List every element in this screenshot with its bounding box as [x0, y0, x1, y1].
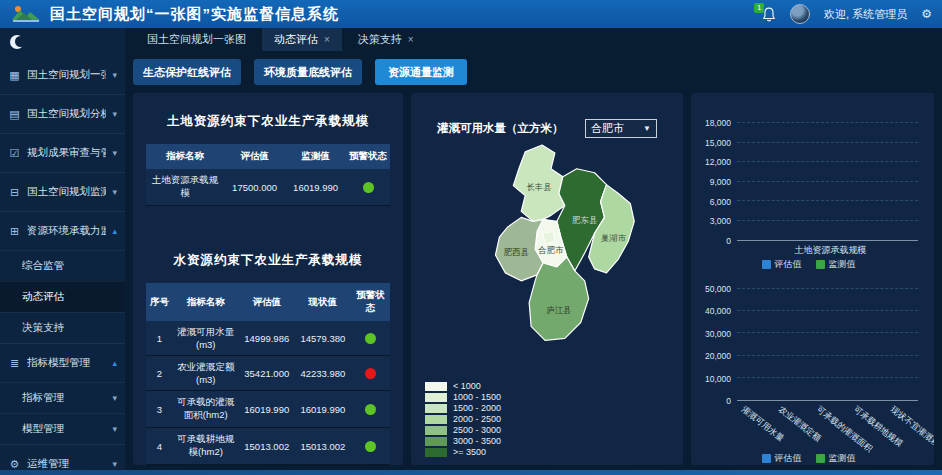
notifications-button[interactable]: 1: [762, 7, 776, 22]
table-cell: 1300.000: [295, 465, 351, 466]
y-tick-label: 3,000: [710, 216, 731, 226]
table-cell: 4: [146, 428, 173, 465]
tab-label: 动态评估: [274, 32, 318, 47]
sidebar-subitem-综合监管[interactable]: 综合监管: [0, 250, 125, 281]
water-resource-table: 序号指标名称评估值现状值预警状态1灌溉可用水量(m3)14999.9861457…: [146, 283, 390, 465]
close-icon[interactable]: ×: [324, 34, 330, 45]
choropleth-map[interactable]: 长丰县 肥东县 巢湖市 合肥市 肥西县 庐江县: [441, 142, 653, 380]
map-legend: < 10001000 - 15001500 - 20002000 - 25002…: [425, 380, 501, 457]
water-bar-chart: 010,00020,00030,00040,00050,000 灌溉可用水量农业…: [693, 289, 924, 465]
check-icon: ☑: [8, 147, 21, 160]
gear-icon: ⚙: [8, 458, 21, 471]
toolbar-button-环境质量底线评估[interactable]: 环境质量底线评估: [254, 59, 362, 85]
chart-legend-评估值: 评估值: [762, 452, 802, 465]
table-cell: 35421.000: [239, 356, 295, 391]
chevron-down-icon: ▾: [112, 148, 117, 158]
table-row: 土地资源承载规模17500.00016019.990: [146, 169, 390, 206]
x-category-label: 土地资源承载规模: [795, 244, 867, 257]
land-table-title: 土地资源约束下农业生产承载规模: [133, 113, 403, 130]
gridline: [737, 122, 918, 123]
sidebar-subitem-动态评估[interactable]: 动态评估: [0, 281, 125, 312]
map-metric-label: 灌溉可用水量（立方米）: [437, 121, 564, 136]
table-header: 指标名称: [146, 144, 224, 169]
y-tick-label: 18,000: [705, 118, 731, 128]
table-header: 序号: [146, 283, 173, 321]
tab-决策支持[interactable]: 决策支持×: [346, 28, 426, 51]
sidebar-item-国土空间规划分析评价[interactable]: ▤国土空间规划分析评价▾: [0, 94, 125, 133]
chevron-down-icon: ▾: [112, 109, 117, 119]
sidebar-item-label: 运维管理: [27, 457, 106, 471]
chart-legend-监测值: 监测值: [816, 258, 856, 271]
table-row: 5现状不宜灌溉耕地面积(hm2)2099.9991300.000: [146, 465, 390, 466]
sidebar-subitem-决策支持[interactable]: 决策支持: [0, 312, 125, 343]
status-cell: [346, 169, 390, 206]
tab-国土空间规划一张图[interactable]: 国土空间规划一张图: [135, 28, 258, 51]
table-header: 指标名称: [173, 283, 239, 321]
map-region-label: 庐江县: [546, 305, 572, 315]
sidebar-subitem-label: 综合监管: [22, 259, 117, 273]
monitor-icon: ⊟: [8, 186, 21, 199]
sidebar-collapse-toggle[interactable]: [10, 35, 24, 49]
sidebar-item-label: 国土空间规划分析评价: [27, 107, 106, 121]
legend-item: 2000 - 2500: [425, 414, 501, 424]
y-tick-label: 15,000: [705, 138, 731, 148]
sidebar-item-国土空间规划监测评估预警[interactable]: ⊟国土空间规划监测评估预警▾: [0, 172, 125, 211]
map-region-label: 肥东县: [572, 215, 598, 225]
sidebar-item-label: 资源环境承载力监测预警: [27, 224, 106, 238]
sidebar-item-指标模型管理[interactable]: ≣指标模型管理▴: [0, 343, 125, 382]
table-header: 预警状态: [351, 283, 390, 321]
map-panel: 灌溉可用水量（立方米） 合肥市 ▼: [411, 93, 683, 465]
user-avatar[interactable]: [790, 4, 810, 24]
legend-item: 2500 - 3000: [425, 425, 501, 435]
settings-icon[interactable]: ⚙: [921, 7, 932, 21]
legend-label: >= 3500: [453, 447, 486, 457]
status-green-dot: [365, 441, 376, 452]
chart-legend-监测值: 监测值: [816, 452, 856, 465]
chevron-up-icon: ▴: [112, 358, 117, 368]
table-cell: 16019.990: [295, 391, 351, 428]
chevron-down-icon: ▾: [112, 70, 117, 80]
table-row: 4可承载耕地规模(hm2)15013.00215013.002: [146, 428, 390, 465]
city-select[interactable]: 合肥市 ▼: [585, 119, 657, 138]
sidebar-item-资源环境承载力监测预警[interactable]: ⊞资源环境承载力监测预警▴: [0, 211, 125, 250]
chevron-down-icon: ▾: [112, 393, 117, 403]
map-region-label: 肥西县: [504, 247, 530, 257]
sidebar-item-label: 指标模型管理: [27, 356, 106, 370]
sidebar-subitem-label: 模型管理: [22, 422, 112, 436]
table-cell: 3: [146, 391, 173, 428]
close-icon[interactable]: ×: [408, 34, 414, 45]
table-cell: 2: [146, 356, 173, 391]
legend-swatch: [425, 393, 447, 402]
table-header: 评估值: [224, 144, 285, 169]
toolbar-button-资源通量监测[interactable]: 资源通量监测: [375, 59, 467, 85]
status-cell: [351, 356, 390, 391]
table-header: 预警状态: [346, 144, 390, 169]
table-cell: 15013.002: [239, 428, 295, 465]
land-resource-table: 指标名称评估值监测值预警状态土地资源承载规模17500.00016019.990: [146, 144, 390, 206]
legend-item: < 1000: [425, 381, 501, 391]
tab-label: 决策支持: [358, 32, 402, 47]
legend-label: 3000 - 3500: [453, 436, 501, 446]
status-cell: [351, 391, 390, 428]
bell-icon: [762, 7, 776, 22]
legend-swatch: [762, 260, 771, 269]
analysis-icon: ▤: [8, 108, 21, 121]
status-red-dot: [365, 368, 376, 379]
y-tick-label: 9,000: [710, 177, 731, 187]
table-cell: 土地资源承载规模: [146, 169, 224, 206]
toolbar-button-生态保护红线评估[interactable]: 生态保护红线评估: [133, 59, 241, 85]
gridline: [737, 200, 918, 201]
gridline: [737, 142, 918, 143]
sidebar-item-国土空间规划一张图[interactable]: ▦国土空间规划一张图▾: [0, 56, 125, 94]
list-icon: ≣: [8, 357, 21, 370]
sidebar-subitem-指标管理[interactable]: 指标管理▾: [0, 382, 125, 413]
status-cell: [351, 465, 390, 466]
sidebar-item-label: 规划成果审查与管理: [27, 146, 106, 160]
sidebar-subitem-模型管理[interactable]: 模型管理▾: [0, 413, 125, 444]
sidebar-item-规划成果审查与管理[interactable]: ☑规划成果审查与管理▾: [0, 133, 125, 172]
table-cell: 17500.000: [224, 169, 285, 206]
table-row: 1灌溉可用水量(m3)14999.98614579.380: [146, 321, 390, 356]
table-header: 监测值: [285, 144, 346, 169]
land-water-tables-panel: 土地资源约束下农业生产承载规模 指标名称评估值监测值预警状态土地资源承载规模17…: [133, 93, 403, 465]
tab-动态评估[interactable]: 动态评估×: [262, 28, 342, 51]
